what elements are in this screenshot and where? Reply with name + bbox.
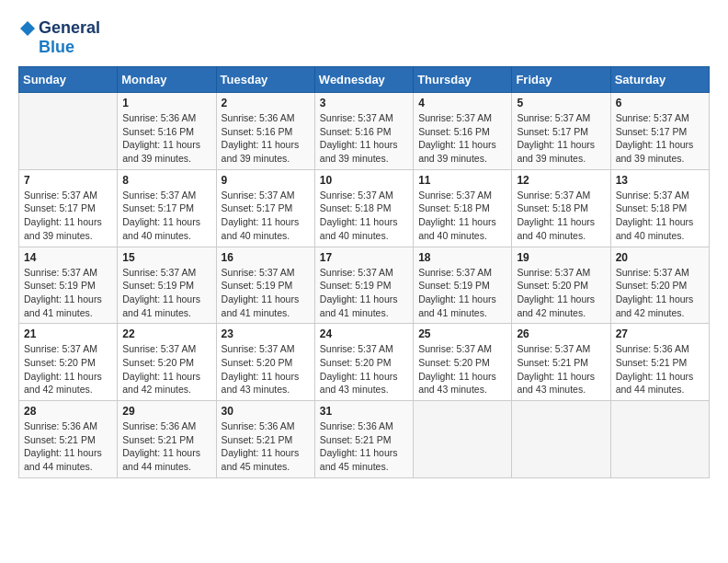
day-number: 1: [122, 97, 210, 109]
daylight-text: Daylight: 11 hours and 40 minutes.: [517, 215, 605, 242]
logo-general: General: [39, 18, 100, 38]
sunset-text: Sunset: 5:17 PM: [222, 201, 310, 215]
sunset-text: Sunset: 5:18 PM: [418, 201, 506, 215]
daylight-text: Daylight: 11 hours and 40 minutes.: [320, 215, 408, 242]
cell-content: Sunrise: 5:37 AM Sunset: 5:20 PM Dayligh…: [24, 342, 112, 396]
weekday-header-saturday: Saturday: [610, 67, 709, 93]
calendar-cell: 31 Sunrise: 5:36 AM Sunset: 5:21 PM Dayl…: [314, 401, 413, 478]
calendar-cell: 7 Sunrise: 5:37 AM Sunset: 5:17 PM Dayli…: [19, 169, 118, 247]
cell-content: Sunrise: 5:36 AM Sunset: 5:16 PM Dayligh…: [122, 111, 210, 166]
sunset-text: Sunset: 5:21 PM: [222, 433, 310, 447]
sunset-text: Sunset: 5:21 PM: [24, 433, 112, 447]
logo: General Blue: [18, 18, 100, 57]
sunset-text: Sunset: 5:17 PM: [122, 201, 210, 215]
calendar-cell: 25 Sunrise: 5:37 AM Sunset: 5:20 PM Dayl…: [414, 324, 512, 401]
sunset-text: Sunset: 5:21 PM: [320, 433, 408, 447]
cell-content: Sunrise: 5:37 AM Sunset: 5:19 PM Dayligh…: [418, 266, 506, 320]
cell-content: Sunrise: 5:36 AM Sunset: 5:21 PM Dayligh…: [24, 419, 112, 474]
calendar-cell: 24 Sunrise: 5:37 AM Sunset: 5:20 PM Dayl…: [314, 324, 413, 401]
day-number: 23: [222, 327, 310, 340]
day-number: 17: [320, 251, 408, 264]
day-number: 30: [222, 405, 310, 418]
sunset-text: Sunset: 5:17 PM: [517, 125, 605, 139]
daylight-text: Daylight: 11 hours and 39 minutes.: [24, 215, 112, 242]
daylight-text: Daylight: 11 hours and 44 minutes.: [24, 446, 112, 473]
cell-content: Sunrise: 5:37 AM Sunset: 5:17 PM Dayligh…: [122, 189, 210, 243]
weekday-header-monday: Monday: [118, 67, 216, 93]
sunrise-text: Sunrise: 5:37 AM: [222, 189, 310, 202]
svg-marker-0: [20, 21, 35, 36]
calendar-cell: 15 Sunrise: 5:37 AM Sunset: 5:19 PM Dayl…: [118, 247, 216, 324]
calendar-cell: 14 Sunrise: 5:37 AM Sunset: 5:19 PM Dayl…: [19, 247, 118, 324]
day-number: 24: [320, 327, 408, 340]
sunrise-text: Sunrise: 5:37 AM: [616, 111, 704, 125]
daylight-text: Daylight: 11 hours and 39 minutes.: [122, 138, 210, 165]
sunrise-text: Sunrise: 5:37 AM: [24, 189, 112, 202]
cell-content: Sunrise: 5:37 AM Sunset: 5:17 PM Dayligh…: [24, 189, 112, 243]
day-number: 22: [122, 327, 210, 340]
cell-content: Sunrise: 5:37 AM Sunset: 5:20 PM Dayligh…: [616, 266, 704, 320]
sunrise-text: Sunrise: 5:37 AM: [517, 342, 605, 356]
calendar-week-row: 1 Sunrise: 5:36 AM Sunset: 5:16 PM Dayli…: [19, 93, 710, 170]
day-number: 7: [24, 174, 112, 187]
cell-content: Sunrise: 5:37 AM Sunset: 5:20 PM Dayligh…: [320, 342, 408, 396]
calendar-week-row: 7 Sunrise: 5:37 AM Sunset: 5:17 PM Dayli…: [19, 169, 710, 247]
sunset-text: Sunset: 5:20 PM: [122, 356, 210, 370]
cell-content: Sunrise: 5:37 AM Sunset: 5:19 PM Dayligh…: [122, 266, 210, 320]
sunrise-text: Sunrise: 5:37 AM: [320, 189, 408, 202]
sunrise-text: Sunrise: 5:36 AM: [320, 419, 408, 433]
cell-content: Sunrise: 5:37 AM Sunset: 5:17 PM Dayligh…: [616, 111, 704, 166]
daylight-text: Daylight: 11 hours and 42 minutes.: [122, 370, 210, 396]
sunrise-text: Sunrise: 5:37 AM: [616, 189, 704, 202]
daylight-text: Daylight: 11 hours and 39 minutes.: [222, 138, 310, 165]
sunset-text: Sunset: 5:20 PM: [616, 279, 704, 293]
sunset-text: Sunset: 5:18 PM: [320, 201, 408, 215]
calendar-week-row: 21 Sunrise: 5:37 AM Sunset: 5:20 PM Dayl…: [19, 324, 710, 401]
sunrise-text: Sunrise: 5:37 AM: [24, 342, 112, 356]
sunrise-text: Sunrise: 5:36 AM: [122, 419, 210, 433]
daylight-text: Daylight: 11 hours and 45 minutes.: [222, 446, 310, 473]
cell-content: Sunrise: 5:37 AM Sunset: 5:18 PM Dayligh…: [320, 189, 408, 243]
daylight-text: Daylight: 11 hours and 41 minutes.: [320, 293, 408, 319]
calendar-cell: [19, 93, 118, 170]
sunset-text: Sunset: 5:20 PM: [24, 356, 112, 370]
calendar-cell: 10 Sunrise: 5:37 AM Sunset: 5:18 PM Dayl…: [314, 169, 413, 247]
sunrise-text: Sunrise: 5:37 AM: [616, 266, 704, 280]
sunrise-text: Sunrise: 5:37 AM: [418, 342, 506, 356]
day-number: 20: [616, 251, 704, 264]
sunrise-text: Sunrise: 5:37 AM: [517, 266, 605, 280]
daylight-text: Daylight: 11 hours and 42 minutes.: [24, 370, 112, 396]
daylight-text: Daylight: 11 hours and 39 minutes.: [418, 138, 506, 165]
sunrise-text: Sunrise: 5:36 AM: [122, 111, 210, 125]
sunset-text: Sunset: 5:20 PM: [418, 356, 506, 370]
day-number: 29: [122, 405, 210, 418]
cell-content: Sunrise: 5:36 AM Sunset: 5:21 PM Dayligh…: [222, 419, 310, 474]
sunset-text: Sunset: 5:17 PM: [616, 125, 704, 139]
day-number: 15: [122, 251, 210, 264]
day-number: 28: [24, 405, 112, 418]
cell-content: Sunrise: 5:36 AM Sunset: 5:16 PM Dayligh…: [222, 111, 310, 166]
day-number: 25: [418, 327, 506, 340]
sunset-text: Sunset: 5:20 PM: [320, 356, 408, 370]
daylight-text: Daylight: 11 hours and 44 minutes.: [616, 370, 704, 396]
daylight-text: Daylight: 11 hours and 40 minutes.: [122, 215, 210, 242]
sunset-text: Sunset: 5:19 PM: [222, 279, 310, 293]
sunrise-text: Sunrise: 5:37 AM: [517, 189, 605, 202]
cell-content: Sunrise: 5:37 AM Sunset: 5:18 PM Dayligh…: [517, 189, 605, 243]
sunrise-text: Sunrise: 5:37 AM: [320, 111, 408, 125]
calendar-cell: 5 Sunrise: 5:37 AM Sunset: 5:17 PM Dayli…: [512, 93, 610, 170]
logo-blue: Blue: [39, 38, 74, 57]
sunrise-text: Sunrise: 5:37 AM: [222, 342, 310, 356]
cell-content: Sunrise: 5:36 AM Sunset: 5:21 PM Dayligh…: [616, 342, 704, 396]
calendar-cell: 12 Sunrise: 5:37 AM Sunset: 5:18 PM Dayl…: [512, 169, 610, 247]
sunset-text: Sunset: 5:19 PM: [24, 279, 112, 293]
day-number: 21: [24, 327, 112, 340]
day-number: 10: [320, 174, 408, 187]
daylight-text: Daylight: 11 hours and 43 minutes.: [517, 370, 605, 396]
daylight-text: Daylight: 11 hours and 41 minutes.: [418, 293, 506, 319]
daylight-text: Daylight: 11 hours and 40 minutes.: [616, 215, 704, 242]
sunrise-text: Sunrise: 5:37 AM: [418, 111, 506, 125]
page-header: General Blue: [18, 18, 710, 57]
weekday-header-tuesday: Tuesday: [216, 67, 314, 93]
sunset-text: Sunset: 5:16 PM: [122, 125, 210, 139]
